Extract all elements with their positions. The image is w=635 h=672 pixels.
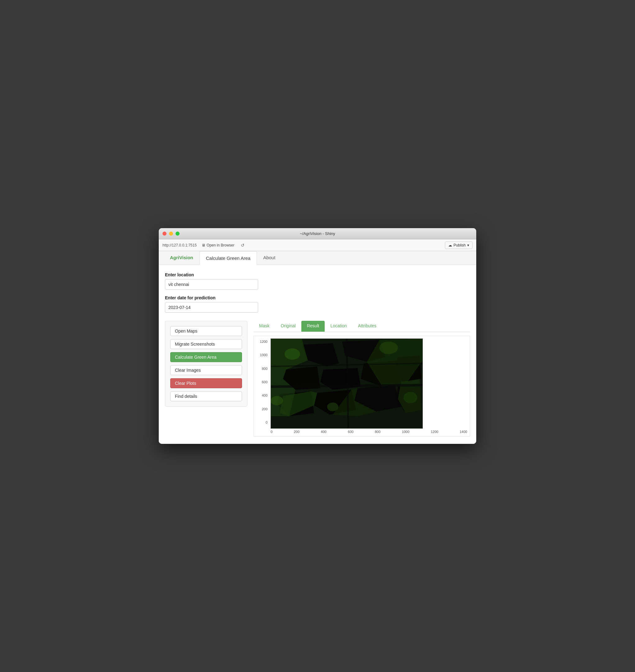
publish-icon: ☁ — [448, 243, 452, 247]
migrate-screenshots-button[interactable]: Migrate Screenshots — [170, 339, 242, 349]
location-label: Enter location — [165, 272, 470, 277]
satellite-svg — [270, 338, 423, 428]
reload-button[interactable]: ↺ — [239, 242, 246, 248]
dropdown-arrow-icon: ▾ — [467, 243, 469, 247]
nav-tabs: AgriVision Calculate Green Area About — [159, 251, 476, 265]
location-input[interactable] — [165, 279, 258, 290]
two-col-layout: Open Maps Migrate Screenshots Calculate … — [165, 321, 470, 436]
result-tab-location[interactable]: Location — [325, 321, 352, 332]
app-content: AgriVision Calculate Green Area About En… — [159, 251, 476, 444]
open-maps-button[interactable]: Open Maps — [170, 326, 242, 336]
svg-point-23 — [379, 342, 398, 354]
calculate-green-area-button[interactable]: Calculate Green Area — [170, 352, 242, 362]
find-details-button[interactable]: Find details — [170, 391, 242, 401]
nav-tab-calculate[interactable]: Calculate Green Area — [199, 251, 257, 265]
result-tab-attributes[interactable]: Attributes — [352, 321, 382, 332]
maximize-button[interactable] — [176, 232, 179, 236]
browserbar: http://127.0.0.1:7515 🖥 Open in Browser … — [159, 239, 476, 251]
clear-images-button[interactable]: Clear Images — [170, 365, 242, 375]
plot-container: 1200 1000 800 600 400 200 0 — [256, 338, 467, 434]
publish-button[interactable]: ☁ Publish ▾ — [445, 241, 473, 249]
main-content: Enter location Enter date for prediction… — [159, 265, 476, 444]
plot-area: 1200 1000 800 600 400 200 0 — [254, 336, 470, 436]
date-label: Enter date for prediction — [165, 295, 470, 300]
nav-tab-about[interactable]: About — [257, 251, 282, 265]
result-tab-result[interactable]: Result — [301, 321, 325, 332]
window-title: ~/AgriVision - Shiny — [300, 231, 335, 236]
clear-plots-button[interactable]: Clear Plots — [170, 378, 242, 388]
titlebar: ~/AgriVision - Shiny — [159, 228, 476, 239]
right-panel: Mask Original Result Location Attributes — [254, 321, 470, 436]
url-display: http://127.0.0.1:7515 — [162, 243, 197, 247]
window-controls — [162, 232, 179, 236]
nav-tab-agrivision[interactable]: AgriVision — [164, 251, 199, 265]
svg-point-25 — [403, 392, 417, 403]
browser-icon: 🖥 — [202, 243, 205, 247]
date-input[interactable] — [165, 302, 258, 313]
open-browser-button[interactable]: 🖥 Open in Browser — [200, 242, 236, 248]
x-axis-labels: 0 200 400 600 800 1000 1200 1400 — [256, 430, 467, 434]
svg-point-22 — [285, 349, 300, 360]
minimize-button[interactable] — [169, 232, 173, 236]
plot-image — [270, 338, 423, 428]
result-tab-mask[interactable]: Mask — [254, 321, 275, 332]
y-axis-labels: 1200 1000 800 600 400 200 0 — [256, 338, 269, 424]
result-tab-original[interactable]: Original — [275, 321, 301, 332]
app-window: ~/AgriVision - Shiny http://127.0.0.1:75… — [159, 228, 476, 444]
result-tabs: Mask Original Result Location Attributes — [254, 321, 470, 332]
svg-point-24 — [270, 396, 283, 405]
sidebar-panel: Open Maps Migrate Screenshots Calculate … — [165, 321, 247, 406]
svg-point-26 — [327, 402, 338, 411]
close-button[interactable] — [162, 232, 167, 236]
